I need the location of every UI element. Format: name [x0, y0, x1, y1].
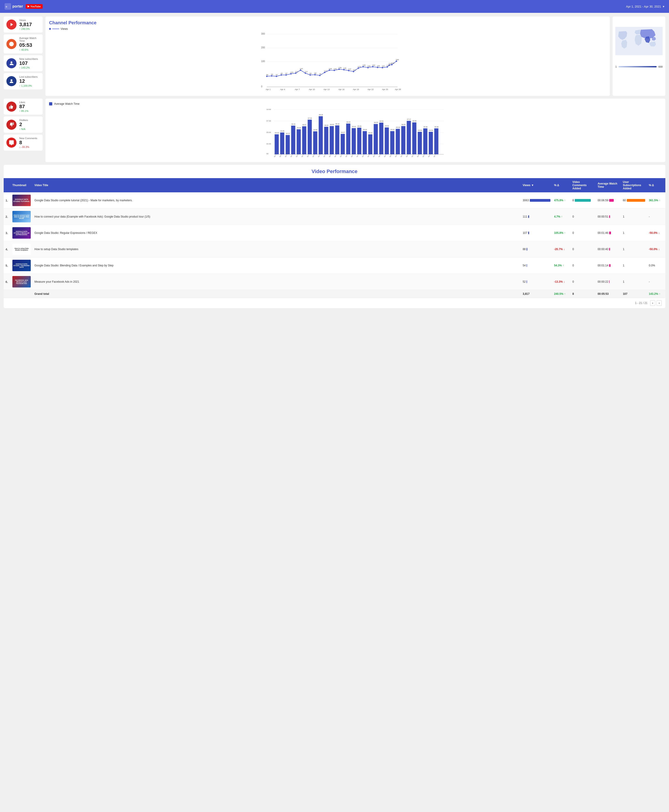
avg-watch-value: 05:53: [19, 42, 40, 48]
row-subs: 1: [621, 257, 647, 274]
svg-text:85: 85: [281, 72, 283, 74]
row-subs-pct: -: [647, 274, 665, 290]
svg-rect-117: [335, 126, 340, 154]
svg-text:68: 68: [266, 74, 268, 76]
new-subs-value: 107: [19, 60, 40, 66]
row-avg-watch: 00:00:40: [596, 241, 621, 257]
table-body: 1. GOOGLE DATA STUDIO TUTORIAL Google Da…: [4, 192, 665, 298]
row-comments: 0: [571, 209, 596, 225]
table-row: 1. GOOGLE DATA STUDIO TUTORIAL Google Da…: [4, 192, 665, 209]
dislikes-text: Dislikes 2 ↑ N/A: [19, 119, 40, 130]
prev-page-button[interactable]: ‹: [650, 300, 655, 306]
svg-text:69: 69: [271, 73, 273, 75]
row-subs-pct: -: [647, 209, 665, 225]
svg-rect-143: [407, 121, 411, 154]
svg-text:07:30: 07:30: [267, 120, 271, 122]
likes-change: ↑ 85.1%: [19, 109, 40, 112]
svg-text:Apr 7: Apr 7: [295, 88, 300, 91]
svg-text:+: +: [13, 64, 14, 66]
row-avg-watch: 00:00:51: [596, 209, 621, 225]
header: ≡ porter YouTube Apr 1, 2021 - Apr 30, 2…: [0, 0, 669, 13]
row-comments: 0: [571, 274, 596, 290]
thumb-6: FACEBOOK ADS Measure your Facebook Ads: [12, 276, 31, 287]
main-content: Views 3,817 ↑ 240.5% Average Watch Time …: [0, 13, 669, 312]
svg-text:04:54: 04:54: [429, 129, 433, 131]
comments-text: New Comments 8 ↓ -33.3%: [19, 137, 40, 148]
row-subs: 1: [621, 209, 647, 225]
row-num: 5.: [4, 257, 10, 274]
avg-watch-card: Average Watch Time 05:53 ↑ 40.6%: [4, 34, 43, 53]
likes-text: Likes 87 ↑ 85.1%: [19, 101, 40, 112]
next-page-button[interactable]: ›: [657, 300, 662, 306]
lost-subs-card: Lost subscribers 12 ↑ 1,100.0%: [4, 73, 43, 89]
svg-text:89: 89: [309, 72, 312, 74]
svg-text:04:54: 04:54: [418, 129, 422, 131]
watch-chart-title: Average Watch Time: [54, 102, 80, 106]
svg-text:05:03: 05:03: [363, 129, 367, 131]
row-comments: 0: [571, 225, 596, 241]
thumb-2: How to connect your data to Google Data …: [12, 211, 31, 222]
svg-rect-111: [319, 116, 323, 154]
svg-text:06:09: 06:09: [402, 124, 406, 126]
lost-subs-text: Lost subscribers 12 ↑ 1,100.0%: [19, 75, 40, 87]
svg-text:100: 100: [261, 60, 265, 62]
svg-text:06:56: 06:56: [413, 120, 417, 122]
svg-text:07:17: 07:17: [407, 119, 411, 120]
views-label: Views: [19, 19, 40, 22]
svg-text:173: 173: [358, 65, 361, 68]
new-subs-icon: +: [7, 58, 17, 68]
avg-watch-text: Average Watch Time 05:53 ↑ 40.6%: [19, 37, 40, 51]
svg-text:100: 100: [290, 71, 294, 73]
yt-label: YouTube: [30, 5, 40, 8]
lost-subs-change: ↑ 1,100.0%: [19, 84, 40, 87]
svg-text:06:18: 06:18: [336, 123, 340, 125]
svg-rect-145: [412, 122, 417, 154]
col-title: Video Title: [33, 178, 521, 192]
comments-label: New Comments: [19, 137, 40, 139]
row-thumbnail: GOOGLE DATA STUDIO TUTORIAL: [10, 192, 33, 209]
date-range-display[interactable]: Apr 1, 2021 - Apr 30, 2021 ▾: [626, 5, 665, 8]
page-navigation: ‹ ›: [650, 300, 662, 306]
svg-rect-115: [330, 126, 334, 154]
svg-text:07:33: 07:33: [308, 117, 312, 119]
svg-text:04:12: 04:12: [286, 133, 290, 134]
svg-text:≡: ≡: [5, 5, 7, 8]
svg-text:148: 148: [343, 67, 346, 69]
svg-text:04:59: 04:59: [314, 129, 318, 131]
top-row: Views 3,817 ↑ 240.5% Average Watch Time …: [4, 17, 665, 96]
svg-text:06:35: 06:35: [374, 122, 378, 123]
new-subs-change: ↑ 143.2%: [19, 66, 40, 69]
svg-rect-101: [291, 126, 296, 154]
row-title: How to connect your data (Example with F…: [33, 209, 521, 225]
svg-text:178: 178: [387, 64, 390, 67]
new-subs-label: New subscribers: [19, 57, 40, 60]
row-avg-watch: 00:06:59: [596, 192, 621, 209]
row-views: 3063: [521, 192, 552, 209]
thumb-1: GOOGLE DATA STUDIO TUTORIAL: [12, 195, 31, 206]
svg-text:06:53: 06:53: [380, 120, 384, 122]
views-icon: [7, 20, 17, 30]
legend-line: [52, 29, 59, 29]
table-row: 6. FACEBOOK ADS Measure your Facebook Ad…: [4, 274, 665, 290]
svg-rect-105: [302, 126, 306, 154]
table-row: 2. How to connect your data to Google Da…: [4, 209, 665, 225]
likes-cards: Likes 87 ↑ 85.1% Dislikes 2 ↑ N/A: [4, 99, 43, 162]
svg-text:300: 300: [261, 33, 265, 35]
svg-text:168: 168: [367, 65, 371, 67]
svg-text:Apr 22: Apr 22: [368, 88, 374, 91]
svg-text:00: 00: [267, 153, 269, 155]
likes-icon: [7, 102, 17, 112]
svg-text:67: 67: [276, 74, 278, 76]
svg-text:122: 122: [348, 68, 351, 70]
channel-chart: Channel Performance Views 300 200 100 0: [45, 17, 610, 96]
svg-text:05:38: 05:38: [424, 126, 428, 128]
video-table: Thumbnail Video Title Views ▼ % Δ Video …: [4, 178, 665, 298]
porter-logo: ≡ porter: [5, 3, 23, 10]
svg-text:Apr 4: Apr 4: [280, 88, 285, 91]
svg-text:04:27: 04:27: [341, 132, 345, 133]
map-min: 1: [615, 65, 617, 68]
svg-marker-2: [10, 23, 13, 26]
likes-value: 87: [19, 104, 40, 109]
svg-text:05:52: 05:52: [385, 125, 389, 127]
row-num: 6.: [4, 274, 10, 290]
